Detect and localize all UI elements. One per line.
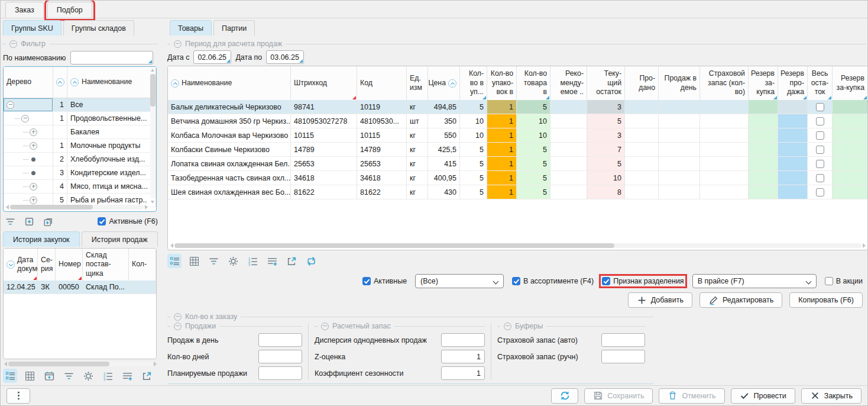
goods-cell[interactable]: 425,5	[428, 143, 460, 157]
goods-cell[interactable]	[808, 143, 833, 157]
goods-cell[interactable]: 10115	[291, 128, 357, 143]
goods-cell[interactable]	[833, 128, 868, 143]
goods-cell[interactable]: Ветчина домашняя 350 гр Черкиз...	[168, 114, 291, 128]
field-input[interactable]	[258, 366, 302, 380]
tree-expand-cell[interactable]	[4, 125, 53, 139]
goods-cell[interactable]	[778, 100, 808, 114]
sync-loop-icon[interactable]	[304, 254, 318, 268]
tree-order-cell[interactable]	[53, 125, 67, 139]
goods-cell[interactable]: 5	[460, 185, 487, 199]
field-input[interactable]: 1	[441, 366, 485, 380]
goods-row[interactable]: Колбаса Молочная вар Черкизово1011510115…	[168, 128, 868, 143]
checkbox-icon[interactable]	[98, 217, 106, 225]
promo-checkbox[interactable]: В акции	[825, 277, 863, 285]
column-header[interactable]: Резерв за-купка	[833, 66, 868, 100]
refresh-button[interactable]	[551, 388, 578, 404]
collapse-icon[interactable]	[174, 313, 182, 321]
goods-cell[interactable]	[808, 114, 833, 128]
goods-cell[interactable]: 494,85	[428, 100, 460, 114]
checkbox-icon[interactable]	[362, 277, 371, 285]
column-header[interactable]: Про-дано	[625, 66, 659, 100]
goods-row[interactable]: Балык деликатесный Черкизово9874110119кг…	[168, 100, 868, 114]
goods-cell[interactable]: 81622	[357, 185, 407, 199]
goods-cell[interactable]: 1	[487, 171, 517, 185]
goods-cell[interactable]: 415	[428, 157, 460, 171]
goods-cell[interactable]: 1	[487, 114, 517, 128]
tree-expand-cell[interactable]	[4, 153, 53, 166]
checkbox-icon[interactable]	[602, 277, 610, 285]
history-cell[interactable]: ЗК	[38, 281, 56, 294]
goods-cell[interactable]	[833, 171, 868, 185]
goods-cell[interactable]: 5	[517, 100, 550, 114]
expand-icon[interactable]	[30, 128, 37, 136]
settings-gear-icon[interactable]	[226, 254, 240, 268]
goods-cell[interactable]	[700, 157, 749, 171]
goods-cell[interactable]: 25653	[357, 157, 407, 171]
goods-cell[interactable]	[808, 171, 833, 185]
column-header[interactable]: Реко-менду-емое ..	[550, 66, 587, 100]
tree-expand-cell[interactable]	[4, 112, 53, 125]
goods-cell[interactable]	[550, 157, 587, 171]
field-input[interactable]	[258, 333, 302, 347]
price-filter-select[interactable]: В прайсе (F7)	[692, 274, 817, 288]
goods-cell[interactable]: кг	[407, 143, 428, 157]
goods-cell[interactable]: 10115	[357, 128, 407, 143]
assortment-checkbox[interactable]: В ассортименте (F4)	[512, 277, 594, 285]
goods-cell[interactable]	[749, 157, 778, 171]
row-checkbox[interactable]	[816, 131, 824, 140]
goods-cell[interactable]: Шея свиная охлажденная вес Бо...	[168, 185, 291, 199]
leaf-dot-icon[interactable]	[31, 171, 35, 175]
goods-cell[interactable]	[625, 143, 659, 157]
goods-cell[interactable]	[700, 128, 749, 143]
list-view-icon[interactable]	[167, 254, 182, 268]
checkbox-icon[interactable]	[512, 277, 520, 285]
goods-cell[interactable]: 10119	[357, 100, 407, 114]
tab-goods[interactable]: Товары	[170, 20, 212, 36]
goods-cell[interactable]: 5	[460, 143, 487, 157]
goods-cell[interactable]: 5	[517, 143, 550, 157]
goods-cell[interactable]	[808, 100, 833, 114]
goods-cell[interactable]	[778, 171, 808, 185]
column-header[interactable]: Кол-во упако-вок в	[487, 66, 517, 100]
row-checkbox[interactable]	[816, 188, 824, 196]
goods-cell[interactable]: 350	[428, 114, 460, 128]
tree-horizontal-scrollbar[interactable]	[5, 204, 149, 210]
collapse-icon[interactable]	[174, 40, 182, 48]
tree-row[interactable]: 2Хлебобулочные изд...	[4, 153, 156, 166]
goods-cell[interactable]: 25653	[291, 157, 357, 171]
goods-cell[interactable]: 34618	[357, 171, 407, 185]
tab-order[interactable]: Заказ	[5, 2, 44, 18]
tree-col-name[interactable]: Наименование	[67, 67, 156, 98]
collapse-icon[interactable]	[7, 101, 14, 109]
tree-expand-cell[interactable]	[4, 139, 53, 153]
tree-name-cell[interactable]: Бакалея	[67, 125, 156, 139]
history-header[interactable]: Дата докуменСе-рияНомерСклад постав-щика…	[4, 249, 156, 281]
goods-cell[interactable]	[749, 143, 778, 157]
goods-cell[interactable]	[700, 171, 749, 185]
tab-sales-history[interactable]: История продаж	[82, 231, 158, 247]
history-row[interactable]: 12.04.25ЗК00050Склад По...	[4, 281, 156, 294]
goods-cell[interactable]	[659, 128, 700, 143]
row-checkbox[interactable]	[816, 174, 824, 182]
goods-cell[interactable]: 3	[587, 128, 625, 143]
more-actions-button[interactable]	[7, 388, 30, 404]
group-filter-select[interactable]: (Все)	[415, 274, 504, 288]
goods-cell[interactable]: 1	[487, 100, 517, 114]
leaf-dot-icon[interactable]	[31, 157, 35, 162]
row-checkbox[interactable]	[816, 160, 824, 168]
goods-cell[interactable]	[808, 185, 833, 199]
expand-icon[interactable]	[30, 196, 37, 204]
tree-header[interactable]: Дерево Наименование	[4, 67, 156, 98]
goods-cell[interactable]	[778, 143, 808, 157]
goods-cell[interactable]	[550, 128, 587, 143]
tab-picking[interactable]: Подбор	[47, 2, 92, 18]
goods-cell[interactable]: 5	[460, 100, 487, 114]
tree-row[interactable]: 1Все	[4, 98, 156, 112]
goods-cell[interactable]: 5	[460, 157, 487, 171]
goods-cell[interactable]	[833, 143, 868, 157]
row-checkbox[interactable]	[816, 117, 824, 125]
column-header[interactable]: Ед. изм	[407, 66, 428, 100]
collapse-icon[interactable]	[9, 40, 17, 48]
goods-cell[interactable]: кг	[407, 171, 428, 185]
goods-cell[interactable]	[659, 171, 700, 185]
